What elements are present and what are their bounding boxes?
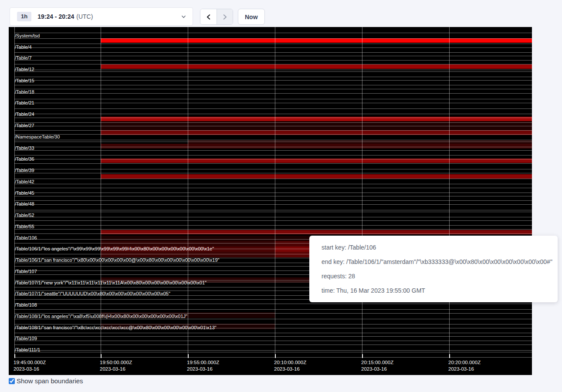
span-boundary-line bbox=[14, 122, 532, 123]
heatmap-row-label: /Table/107/1/"seattle"/"UUUUUUD\x00\x80\… bbox=[15, 291, 170, 296]
axis-time-label: 19:55:00.000Z2023-03-16 bbox=[187, 359, 219, 372]
chevron-down-icon bbox=[181, 14, 186, 20]
heatmap-row-label: /Table/27 bbox=[15, 123, 34, 128]
span-boundary-line bbox=[14, 220, 532, 221]
span-boundary-line bbox=[14, 345, 532, 345]
tooltip-line: time: Thu, 16 Mar 2023 19:55:00 GMT bbox=[322, 284, 545, 298]
span-boundary-line bbox=[14, 64, 532, 64]
span-boundary-line bbox=[14, 336, 532, 337]
heatmap-canvas[interactable]: /System/tsd/Table/4/Table/7/Table/12/Tab… bbox=[9, 27, 532, 358]
span-boundary-line bbox=[14, 71, 532, 72]
heatmap-band[interactable] bbox=[101, 174, 532, 179]
time-tick bbox=[275, 354, 276, 358]
span-boundary-line bbox=[14, 70, 532, 70]
span-boundary-line bbox=[14, 126, 532, 126]
heatmap-row-label: /Table/7 bbox=[15, 56, 32, 61]
span-boundary-line bbox=[14, 173, 532, 173]
heatmap-time-axis: 19:45:00.000Z2023-03-1619:50:00.000Z2023… bbox=[9, 358, 532, 375]
span-boundary-line bbox=[14, 200, 532, 201]
chevron-left-icon bbox=[206, 14, 212, 20]
span-boundary-line bbox=[14, 60, 532, 61]
heatmap-band[interactable] bbox=[188, 140, 532, 144]
axis-time-label: 19:50:00.000Z2023-03-16 bbox=[100, 359, 132, 372]
heatmap-row-label: /Table/36 bbox=[15, 157, 34, 162]
span-boundary-line bbox=[14, 142, 532, 142]
heatmap-row-label: /Table/107 bbox=[15, 269, 37, 274]
span-boundary-line bbox=[14, 147, 532, 147]
heatmap-band[interactable] bbox=[101, 144, 532, 149]
span-boundary-line bbox=[14, 204, 532, 205]
span-boundary-line bbox=[14, 357, 532, 358]
span-boundary-line bbox=[14, 169, 532, 169]
heatmap-row-label: /Table/111/1 bbox=[15, 348, 40, 352]
span-boundary-line bbox=[14, 341, 532, 341]
span-boundary-line bbox=[14, 210, 532, 210]
span-boundary-line bbox=[14, 103, 532, 103]
span-boundary-line bbox=[14, 225, 532, 226]
heatmap-row-label: /Table/52 bbox=[15, 213, 34, 218]
heatmap-band[interactable] bbox=[101, 64, 532, 69]
span-boundary-line bbox=[14, 52, 532, 53]
span-boundary-line bbox=[14, 233, 532, 234]
span-boundary-line bbox=[14, 150, 532, 151]
heatmap-row-label: /Table/21 bbox=[15, 101, 34, 105]
span-boundary-line bbox=[14, 184, 532, 184]
heatmap-band[interactable] bbox=[101, 38, 532, 43]
span-boundary-line bbox=[14, 333, 532, 333]
span-boundary-line bbox=[14, 212, 532, 212]
span-boundary-line bbox=[14, 196, 532, 196]
span-boundary-line bbox=[14, 47, 532, 48]
span-boundary-line bbox=[14, 304, 532, 304]
span-boundary-line bbox=[14, 350, 532, 351]
span-boundary-line bbox=[14, 114, 532, 114]
span-boundary-line bbox=[14, 38, 532, 39]
time-range-zone: (UTC) bbox=[76, 13, 93, 20]
axis-time-label: 19:45:00.000Z2023-03-16 bbox=[14, 359, 46, 372]
span-boundary-line bbox=[14, 229, 532, 230]
heatmap-row-label: /Table/55 bbox=[15, 224, 34, 229]
show-span-boundaries-checkbox[interactable] bbox=[9, 378, 15, 384]
next-range-button[interactable] bbox=[217, 9, 233, 24]
heatmap-row-label: /Table/33 bbox=[15, 146, 34, 151]
time-tick bbox=[449, 354, 450, 358]
key-visualizer-heatmap[interactable]: /System/tsd/Table/4/Table/7/Table/12/Tab… bbox=[9, 27, 532, 375]
time-gridline bbox=[188, 27, 188, 358]
span-boundary-line bbox=[14, 163, 532, 164]
span-boundary-line bbox=[14, 155, 532, 155]
now-button[interactable]: Now bbox=[238, 9, 265, 25]
time-gridline bbox=[362, 27, 362, 358]
span-boundary-line bbox=[14, 188, 532, 188]
span-boundary-line bbox=[14, 179, 532, 179]
span-boundary-line bbox=[14, 44, 532, 44]
span-boundary-line bbox=[14, 324, 532, 324]
heatmap-row-label: /Table/106/1/"los angeles"/"\x99\x99\x99… bbox=[15, 247, 214, 251]
span-boundary-line bbox=[14, 130, 532, 131]
heatmap-row-label: /Table/108/1/"san francisco"/"\x8c\xcc\x… bbox=[15, 325, 217, 330]
span-boundary-line bbox=[14, 118, 532, 118]
span-boundary-line bbox=[14, 217, 532, 217]
time-range-nav-group bbox=[200, 9, 233, 25]
heatmap-row-label: /System/tsd bbox=[15, 34, 40, 38]
time-tick bbox=[14, 354, 15, 358]
heatmap-row-label: /Table/24 bbox=[15, 112, 34, 117]
tooltip-line: end key: /Table/106/1/"amsterdam"/"\xb33… bbox=[322, 255, 545, 269]
toolbar: 1h 19:24 - 20:24 (UTC) Now bbox=[0, 0, 562, 27]
span-boundary-line bbox=[14, 89, 532, 89]
heatmap-row-label: /Table/39 bbox=[15, 168, 34, 173]
span-boundary-line bbox=[14, 319, 532, 319]
span-boundary-line bbox=[14, 85, 532, 85]
time-tick bbox=[101, 354, 102, 358]
axis-time-label: 20:20:00.000Z2023-03-16 bbox=[448, 359, 481, 372]
time-range-dropdown[interactable]: 1h 19:24 - 20:24 (UTC) bbox=[10, 7, 193, 26]
heatmap-row-label: /Table/106 bbox=[15, 236, 37, 240]
heatmap-row-label: /Table/107/1/"new york"/"\x11\x11\x11\x1… bbox=[15, 280, 207, 285]
span-boundary-line bbox=[14, 56, 532, 56]
show-span-boundaries-label[interactable]: Show span boundaries bbox=[17, 377, 83, 385]
heatmap-row-label: /Table/106/1/"san francisco"/"\x80\x00\x… bbox=[15, 258, 220, 263]
prev-range-button[interactable] bbox=[200, 9, 217, 24]
span-boundary-line bbox=[14, 134, 532, 135]
heatmap-row-label: /NamespaceTable/30 bbox=[15, 135, 60, 139]
axis-time-label: 20:15:00.000Z2023-03-16 bbox=[361, 359, 393, 372]
heatmap-row-label: /Table/108/1/"los angeles"/"\xa8\xf5\u00… bbox=[15, 314, 187, 319]
heatmap-row-label: /Table/108 bbox=[15, 303, 37, 308]
